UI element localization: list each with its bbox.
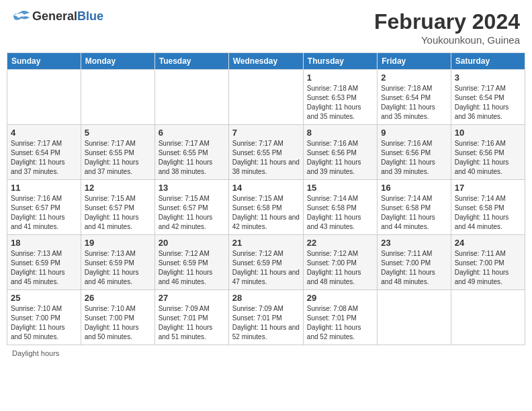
logo-text-blue: Blue xyxy=(77,9,103,23)
calendar-cell xyxy=(378,290,451,345)
day-number: 1 xyxy=(307,73,373,83)
day-number: 16 xyxy=(381,183,447,193)
calendar-cell xyxy=(228,70,303,125)
calendar-cell xyxy=(451,290,525,345)
calendar-week-row: 11Sunrise: 7:16 AM Sunset: 6:57 PM Dayli… xyxy=(7,180,525,235)
calendar-cell: 7Sunrise: 7:17 AM Sunset: 6:55 PM Daylig… xyxy=(228,125,303,180)
calendar-cell: 12Sunrise: 7:15 AM Sunset: 6:57 PM Dayli… xyxy=(81,180,154,235)
calendar-cell: 5Sunrise: 7:17 AM Sunset: 6:55 PM Daylig… xyxy=(81,125,154,180)
day-info: Sunrise: 7:11 AM Sunset: 7:00 PM Dayligh… xyxy=(455,249,521,287)
footer-daylight: Daylight hours xyxy=(7,349,525,357)
calendar-cell: 27Sunrise: 7:09 AM Sunset: 7:01 PM Dayli… xyxy=(154,290,228,345)
day-info: Sunrise: 7:14 AM Sunset: 6:58 PM Dayligh… xyxy=(307,194,373,232)
day-number: 25 xyxy=(11,293,77,303)
day-info: Sunrise: 7:12 AM Sunset: 7:00 PM Dayligh… xyxy=(307,249,373,287)
calendar-cell: 6Sunrise: 7:17 AM Sunset: 6:55 PM Daylig… xyxy=(154,125,228,180)
calendar-header-row: SundayMondayTuesdayWednesdayThursdayFrid… xyxy=(7,53,525,70)
calendar-cell: 29Sunrise: 7:08 AM Sunset: 7:01 PM Dayli… xyxy=(303,290,377,345)
day-of-week-header: Friday xyxy=(378,53,451,70)
day-info: Sunrise: 7:09 AM Sunset: 7:01 PM Dayligh… xyxy=(232,304,300,342)
day-info: Sunrise: 7:13 AM Sunset: 6:59 PM Dayligh… xyxy=(85,249,151,287)
day-number: 12 xyxy=(85,183,151,193)
day-number: 14 xyxy=(232,183,300,193)
footer-text: Daylight hours xyxy=(12,349,59,357)
calendar-cell: 8Sunrise: 7:16 AM Sunset: 6:56 PM Daylig… xyxy=(303,125,377,180)
calendar-cell: 10Sunrise: 7:16 AM Sunset: 6:56 PM Dayli… xyxy=(451,125,525,180)
calendar-week-row: 4Sunrise: 7:17 AM Sunset: 6:54 PM Daylig… xyxy=(7,125,525,180)
day-info: Sunrise: 7:13 AM Sunset: 6:59 PM Dayligh… xyxy=(11,249,77,287)
calendar-cell: 16Sunrise: 7:14 AM Sunset: 6:58 PM Dayli… xyxy=(378,180,451,235)
calendar-cell: 1Sunrise: 7:18 AM Sunset: 6:53 PM Daylig… xyxy=(303,70,377,125)
day-number: 2 xyxy=(381,73,447,83)
day-of-week-header: Monday xyxy=(81,53,154,70)
day-info: Sunrise: 7:16 AM Sunset: 6:56 PM Dayligh… xyxy=(381,139,447,177)
calendar-cell xyxy=(7,70,81,125)
day-info: Sunrise: 7:17 AM Sunset: 6:55 PM Dayligh… xyxy=(232,139,300,177)
calendar-cell: 4Sunrise: 7:17 AM Sunset: 6:54 PM Daylig… xyxy=(7,125,81,180)
logo-text-general: General xyxy=(32,9,77,23)
day-number: 28 xyxy=(232,293,300,303)
day-info: Sunrise: 7:16 AM Sunset: 6:56 PM Dayligh… xyxy=(307,139,373,177)
calendar-cell: 13Sunrise: 7:15 AM Sunset: 6:57 PM Dayli… xyxy=(154,180,228,235)
day-info: Sunrise: 7:12 AM Sunset: 6:59 PM Dayligh… xyxy=(159,249,225,287)
day-of-week-header: Sunday xyxy=(7,53,81,70)
day-number: 4 xyxy=(11,128,77,138)
calendar-cell: 11Sunrise: 7:16 AM Sunset: 6:57 PM Dayli… xyxy=(7,180,81,235)
day-number: 18 xyxy=(11,238,77,248)
day-of-week-header: Wednesday xyxy=(228,53,303,70)
day-info: Sunrise: 7:14 AM Sunset: 6:58 PM Dayligh… xyxy=(381,194,447,232)
calendar-subtitle: Youkounkoun, Guinea xyxy=(374,34,520,46)
day-info: Sunrise: 7:11 AM Sunset: 7:00 PM Dayligh… xyxy=(381,249,447,287)
calendar-title: February 2024 xyxy=(374,9,520,34)
day-number: 19 xyxy=(85,238,151,248)
day-info: Sunrise: 7:17 AM Sunset: 6:55 PM Dayligh… xyxy=(85,139,151,177)
day-number: 17 xyxy=(455,183,521,193)
day-number: 26 xyxy=(85,293,151,303)
day-info: Sunrise: 7:17 AM Sunset: 6:54 PM Dayligh… xyxy=(455,84,521,122)
day-number: 21 xyxy=(232,238,300,248)
calendar-cell: 20Sunrise: 7:12 AM Sunset: 6:59 PM Dayli… xyxy=(154,235,228,290)
day-number: 8 xyxy=(307,128,373,138)
calendar-cell: 14Sunrise: 7:15 AM Sunset: 6:58 PM Dayli… xyxy=(228,180,303,235)
day-number: 29 xyxy=(307,293,373,303)
calendar-cell xyxy=(81,70,154,125)
day-info: Sunrise: 7:15 AM Sunset: 6:57 PM Dayligh… xyxy=(159,194,225,232)
day-info: Sunrise: 7:12 AM Sunset: 6:59 PM Dayligh… xyxy=(232,249,300,287)
day-number: 20 xyxy=(159,238,225,248)
calendar-cell: 26Sunrise: 7:10 AM Sunset: 7:00 PM Dayli… xyxy=(81,290,154,345)
calendar-cell: 17Sunrise: 7:14 AM Sunset: 6:58 PM Dayli… xyxy=(451,180,525,235)
calendar-table: SundayMondayTuesdayWednesdayThursdayFrid… xyxy=(7,52,525,345)
logo-bird-icon xyxy=(12,10,31,24)
day-number: 23 xyxy=(381,238,447,248)
day-info: Sunrise: 7:14 AM Sunset: 6:58 PM Dayligh… xyxy=(455,194,521,232)
day-info: Sunrise: 7:16 AM Sunset: 6:56 PM Dayligh… xyxy=(455,139,521,177)
calendar-cell: 21Sunrise: 7:12 AM Sunset: 6:59 PM Dayli… xyxy=(228,235,303,290)
day-info: Sunrise: 7:18 AM Sunset: 6:53 PM Dayligh… xyxy=(307,84,373,122)
calendar-week-row: 18Sunrise: 7:13 AM Sunset: 6:59 PM Dayli… xyxy=(7,235,525,290)
calendar-cell: 25Sunrise: 7:10 AM Sunset: 7:00 PM Dayli… xyxy=(7,290,81,345)
calendar-cell: 15Sunrise: 7:14 AM Sunset: 6:58 PM Dayli… xyxy=(303,180,377,235)
day-info: Sunrise: 7:09 AM Sunset: 7:01 PM Dayligh… xyxy=(159,304,225,342)
calendar-week-row: 1Sunrise: 7:18 AM Sunset: 6:53 PM Daylig… xyxy=(7,70,525,125)
day-number: 6 xyxy=(159,128,225,138)
calendar-cell xyxy=(154,70,228,125)
calendar-cell: 3Sunrise: 7:17 AM Sunset: 6:54 PM Daylig… xyxy=(451,70,525,125)
day-number: 15 xyxy=(307,183,373,193)
calendar-cell: 23Sunrise: 7:11 AM Sunset: 7:00 PM Dayli… xyxy=(378,235,451,290)
page-header: GeneralBlue February 2024 Youkounkoun, G… xyxy=(7,7,525,48)
day-number: 5 xyxy=(85,128,151,138)
day-info: Sunrise: 7:18 AM Sunset: 6:54 PM Dayligh… xyxy=(381,84,447,122)
calendar-cell: 24Sunrise: 7:11 AM Sunset: 7:00 PM Dayli… xyxy=(451,235,525,290)
day-info: Sunrise: 7:17 AM Sunset: 6:55 PM Dayligh… xyxy=(159,139,225,177)
day-number: 7 xyxy=(232,128,300,138)
day-number: 27 xyxy=(159,293,225,303)
calendar-week-row: 25Sunrise: 7:10 AM Sunset: 7:00 PM Dayli… xyxy=(7,290,525,345)
day-number: 11 xyxy=(11,183,77,193)
day-number: 3 xyxy=(455,73,521,83)
calendar-cell: 22Sunrise: 7:12 AM Sunset: 7:00 PM Dayli… xyxy=(303,235,377,290)
title-block: February 2024 Youkounkoun, Guinea xyxy=(374,9,520,46)
calendar-cell: 9Sunrise: 7:16 AM Sunset: 6:56 PM Daylig… xyxy=(378,125,451,180)
day-of-week-header: Tuesday xyxy=(154,53,228,70)
day-number: 13 xyxy=(159,183,225,193)
day-info: Sunrise: 7:16 AM Sunset: 6:57 PM Dayligh… xyxy=(11,194,77,232)
